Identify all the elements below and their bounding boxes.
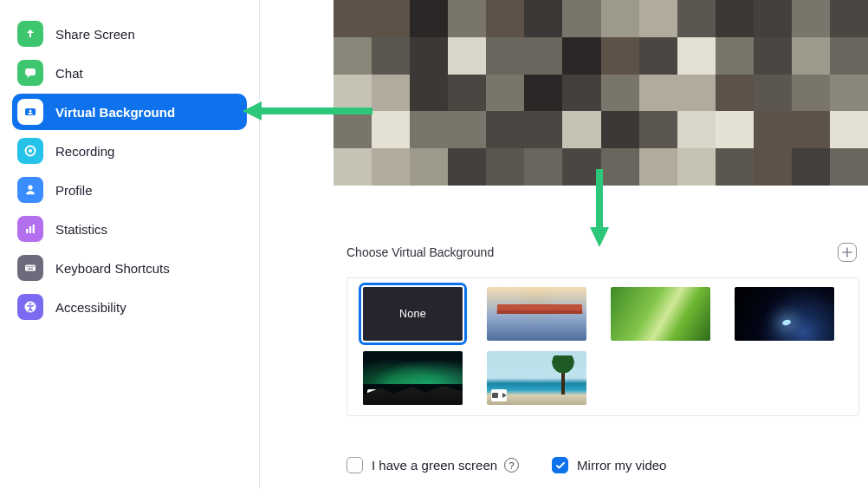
add-background-button[interactable] — [838, 243, 857, 262]
svg-rect-7 — [29, 226, 31, 233]
svg-point-2 — [29, 110, 32, 113]
svg-rect-8 — [33, 225, 35, 233]
sidebar-item-profile[interactable]: Profile — [12, 172, 247, 208]
keyboard-icon — [17, 255, 43, 281]
help-icon[interactable]: ? — [504, 458, 519, 473]
sidebar-item-label: Accessibility — [55, 300, 126, 315]
mirror-video-checkbox[interactable]: Mirror my video — [552, 457, 666, 473]
svg-rect-15 — [28, 269, 33, 270]
sidebar-item-accessibility[interactable]: Accessibility — [12, 289, 247, 325]
sidebar-item-label: Statistics — [55, 222, 107, 237]
sidebar-item-statistics[interactable]: Statistics — [12, 211, 247, 247]
svg-marker-21 — [590, 227, 609, 247]
svg-rect-12 — [29, 266, 30, 267]
checkbox-label: I have a green screen — [372, 458, 497, 473]
svg-rect-10 — [26, 266, 27, 267]
background-none-label: None — [399, 308, 426, 320]
svg-rect-11 — [28, 266, 29, 267]
recording-icon — [17, 138, 43, 164]
sidebar-item-recording[interactable]: Recording — [12, 133, 247, 169]
background-option-grass[interactable] — [611, 287, 710, 341]
statistics-icon — [17, 216, 43, 242]
sidebar-item-label: Keyboard Shortcuts — [55, 261, 170, 276]
svg-rect-13 — [31, 266, 32, 267]
checkbox-box — [552, 457, 568, 473]
sidebar-item-label: Recording — [55, 144, 114, 159]
background-option-beach[interactable] — [487, 351, 586, 405]
background-option-earth[interactable] — [735, 287, 834, 341]
svg-rect-6 — [26, 229, 28, 233]
background-option-aurora[interactable] — [363, 351, 463, 405]
background-option-none[interactable]: None — [363, 287, 463, 341]
sidebar-item-label: Virtual Background — [55, 105, 175, 120]
profile-icon — [17, 177, 43, 203]
svg-rect-0 — [25, 68, 36, 75]
virtual-background-icon — [17, 99, 43, 125]
sidebar-item-keyboard-shortcuts[interactable]: Keyboard Shortcuts — [12, 250, 247, 286]
video-preview — [334, 0, 868, 186]
svg-point-5 — [28, 186, 32, 190]
background-option-bridge[interactable] — [487, 287, 586, 341]
sidebar-item-virtual-background[interactable]: Virtual Background — [12, 94, 247, 130]
background-thumbnails-panel: None — [347, 277, 859, 416]
svg-rect-14 — [33, 266, 34, 267]
svg-point-4 — [29, 149, 32, 153]
svg-rect-9 — [25, 265, 36, 271]
checkbox-box — [347, 457, 363, 473]
accessibility-icon — [17, 294, 43, 320]
sidebar-item-share-screen[interactable]: Share Screen — [12, 16, 247, 52]
svg-point-17 — [29, 303, 31, 304]
green-screen-checkbox[interactable]: I have a green screen ? — [347, 457, 519, 473]
background-options-row: I have a green screen ? Mirror my video — [347, 457, 666, 473]
settings-sidebar: Share Screen Chat Virtual Background Rec… — [0, 0, 260, 489]
sidebar-item-label: Share Screen — [55, 27, 135, 42]
choose-background-heading: Choose Virtual Background — [347, 245, 494, 259]
sidebar-item-label: Profile — [55, 183, 93, 198]
video-badge-icon — [491, 389, 507, 401]
share-screen-icon — [17, 21, 43, 47]
checkbox-label: Mirror my video — [577, 458, 666, 473]
sidebar-item-chat[interactable]: Chat — [12, 55, 247, 91]
chat-icon — [17, 60, 43, 86]
sidebar-item-label: Chat — [55, 66, 83, 81]
video-badge-icon — [367, 389, 383, 401]
